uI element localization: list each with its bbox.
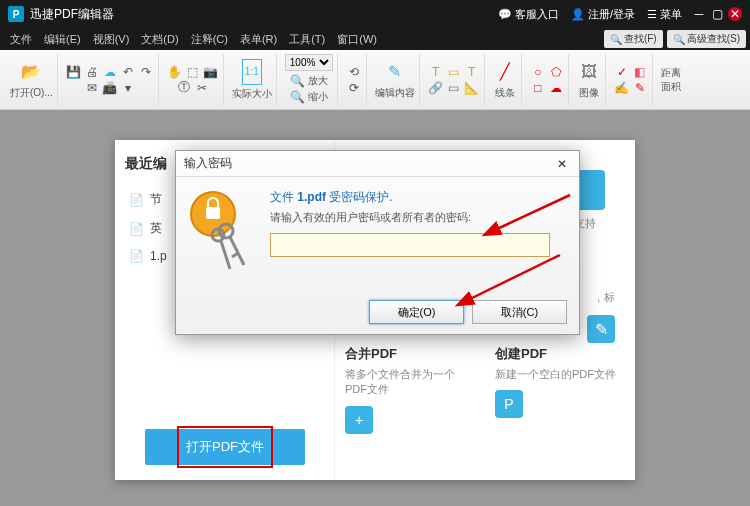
create-icon: P: [495, 390, 523, 418]
square-icon[interactable]: □: [530, 80, 546, 96]
menu-edit[interactable]: 编辑(E): [38, 32, 87, 47]
maximize-button[interactable]: ▢: [710, 7, 724, 21]
create-pdf-card[interactable]: 创建PDF 新建一个空白的PDF文件 P: [495, 345, 625, 434]
zoom-out-label: 缩小: [308, 90, 328, 104]
cancel-button[interactable]: 取消(C): [472, 300, 567, 324]
file-group: 💾 🖨 ☁ ↶ ↷ ✉ 📠 ▾: [62, 54, 159, 105]
svg-rect-1: [206, 207, 220, 219]
dropdown-icon[interactable]: ▾: [120, 80, 136, 96]
distance-label[interactable]: 距离: [661, 66, 681, 80]
rotate-right-icon[interactable]: ⟳: [346, 80, 362, 96]
menu-annotate[interactable]: 注释(C): [185, 32, 234, 47]
menu-window[interactable]: 窗口(W): [331, 32, 383, 47]
register-login-button[interactable]: 👤 注册/登录: [571, 7, 635, 22]
file-name: 1.p: [150, 249, 167, 263]
stamp-icon[interactable]: ✓: [614, 64, 630, 80]
rotate-group: ⟲ ⟳: [342, 54, 367, 105]
find-label: 查找(F): [624, 32, 657, 46]
image-group[interactable]: 🖼 图像: [573, 54, 606, 105]
app-logo-icon: P: [8, 6, 24, 22]
shapes-group: ○ ⬠ □ ☁: [526, 54, 569, 105]
camera-icon[interactable]: 📷: [203, 64, 219, 80]
toolbar: 📂 打开(O)... 💾 🖨 ☁ ↶ ↷ ✉ 📠 ▾ ✋ ⬚ 📷 Ⓣ ✂ 1:1…: [0, 50, 750, 110]
svg-line-3: [230, 237, 244, 265]
advanced-find-button[interactable]: 🔍高级查找(S): [667, 30, 746, 48]
tag-note: ，标: [593, 290, 615, 305]
cloud-shape-icon[interactable]: ☁: [548, 80, 564, 96]
dialog-close-button[interactable]: ✕: [553, 155, 571, 173]
open-pdf-button[interactable]: 打开PDF文件: [145, 429, 305, 465]
merge-title: 合并PDF: [345, 345, 475, 363]
clipboard-group: ✋ ⬚ 📷 Ⓣ ✂: [163, 54, 224, 105]
signature-icon[interactable]: ✍: [614, 80, 630, 96]
open-label: 打开(O)...: [10, 86, 53, 100]
box-icon[interactable]: ▭: [446, 80, 462, 96]
lines-label: 线条: [495, 86, 515, 100]
hand-icon[interactable]: ✋: [167, 64, 183, 80]
minimize-button[interactable]: ─: [692, 7, 706, 21]
menu-form[interactable]: 表单(R): [234, 32, 283, 47]
svg-line-6: [221, 241, 230, 269]
menu-label: 菜单: [660, 7, 682, 22]
menu-file[interactable]: 文件: [4, 32, 38, 47]
text-tool-icon[interactable]: T: [464, 64, 480, 80]
redo-icon[interactable]: ↷: [138, 64, 154, 80]
ok-button[interactable]: 确定(O): [369, 300, 464, 324]
menu-document[interactable]: 文档(D): [135, 32, 184, 47]
merge-pdf-card[interactable]: 合并PDF 将多个文件合并为一个PDF文件 +: [345, 345, 475, 434]
edit-card-icon[interactable]: ✎: [587, 315, 615, 343]
undo-icon[interactable]: ↶: [120, 64, 136, 80]
menu-tools[interactable]: 工具(T): [283, 32, 331, 47]
menubar: 文件 编辑(E) 视图(V) 文档(D) 注释(C) 表单(R) 工具(T) 窗…: [0, 28, 750, 50]
email-icon[interactable]: ✉: [84, 80, 100, 96]
measure-group: 距离 面积: [657, 54, 685, 105]
text-box-icon[interactable]: T: [428, 64, 444, 80]
crop-icon[interactable]: ✂: [194, 80, 210, 96]
text-select-icon[interactable]: Ⓣ: [176, 80, 192, 96]
cloud-icon[interactable]: ☁: [102, 64, 118, 80]
lines-group[interactable]: ╱ 线条: [489, 54, 522, 105]
scanner-icon[interactable]: 📠: [102, 80, 118, 96]
pencil-icon[interactable]: ✎: [632, 80, 648, 96]
password-dialog: 输入密码 ✕ 文件 1.pdf 受密码保护. 请输入有效: [175, 150, 580, 335]
rotate-left-icon[interactable]: ⟲: [346, 64, 362, 80]
file-icon: 📄: [129, 193, 144, 207]
circle-icon[interactable]: ○: [530, 64, 546, 80]
password-input[interactable]: [270, 233, 550, 257]
service-entry-button[interactable]: 💬 客服入口: [498, 7, 559, 22]
dialog-message-1: 文件 1.pdf 受密码保护.: [270, 189, 567, 206]
find-button[interactable]: 🔍查找(F): [604, 30, 663, 48]
register-login-label: 注册/登录: [588, 7, 635, 22]
advanced-find-label: 高级查找(S): [687, 32, 740, 46]
open-group[interactable]: 📂 打开(O)...: [6, 54, 58, 105]
polygon-icon[interactable]: ⬠: [548, 64, 564, 80]
service-entry-label: 客服入口: [515, 7, 559, 22]
select-icon[interactable]: ⬚: [185, 64, 201, 80]
measure-icon[interactable]: 📐: [464, 80, 480, 96]
menu-button[interactable]: ☰ 菜单: [647, 7, 682, 22]
edit-content-icon: ✎: [383, 60, 407, 84]
titlebar: P 迅捷PDF编辑器 💬 客服入口 👤 注册/登录 ☰ 菜单 ─ ▢ ✕: [0, 0, 750, 28]
edit-content-group[interactable]: ✎ 编辑内容: [371, 54, 420, 105]
eraser-icon[interactable]: ◧: [632, 64, 648, 80]
user-icon: 👤: [571, 8, 585, 21]
zoom-in-icon[interactable]: 🔍: [290, 73, 306, 89]
save-icon[interactable]: 💾: [66, 64, 82, 80]
svg-line-4: [232, 253, 238, 257]
app-title: 迅捷PDF编辑器: [30, 6, 114, 23]
print-icon[interactable]: 🖨: [84, 64, 100, 80]
close-button[interactable]: ✕: [728, 7, 742, 21]
highlight-icon[interactable]: ▭: [446, 64, 462, 80]
link-icon[interactable]: 🔗: [428, 80, 444, 96]
area-label[interactable]: 面积: [661, 80, 681, 94]
stamp-group: ✓ ◧ ✍ ✎: [610, 54, 653, 105]
zoom-group: 100% 🔍 放大 🔍 缩小: [281, 54, 338, 105]
menu-view[interactable]: 视图(V): [87, 32, 136, 47]
menu-icon: ☰: [647, 8, 657, 21]
zoom-out-icon[interactable]: 🔍: [290, 89, 306, 105]
file-icon: 📄: [129, 222, 144, 236]
image-icon: 🖼: [577, 60, 601, 84]
search-icon: 🔍: [673, 34, 685, 45]
zoom-select[interactable]: 100%: [285, 54, 333, 71]
page-fit-group[interactable]: 1:1 实际大小: [228, 54, 277, 105]
